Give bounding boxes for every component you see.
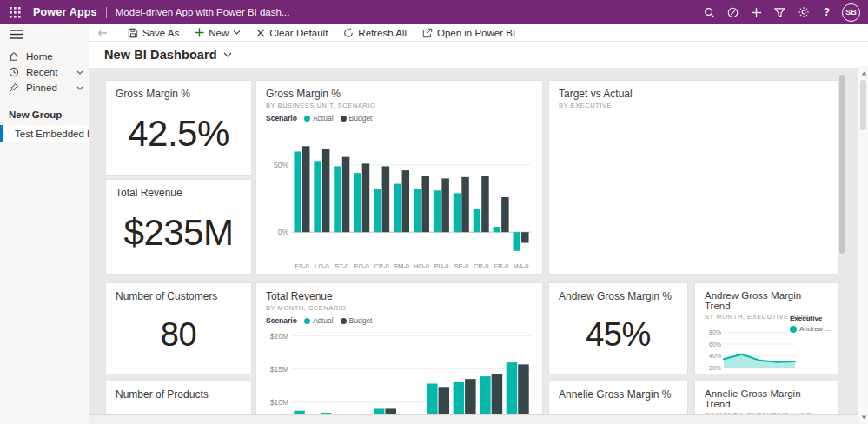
- page-scrollbar-thumb[interactable]: [860, 80, 866, 130]
- legend-item-actual: Actual: [304, 114, 334, 123]
- chevron-down-icon: [223, 52, 232, 57]
- back-button[interactable]: [89, 29, 116, 37]
- legend-title: Scenario: [266, 316, 297, 325]
- filter-button[interactable]: [768, 0, 792, 24]
- new-label: New: [209, 28, 229, 38]
- refresh-all-label: Refresh All: [358, 28, 407, 38]
- guided-tour-button[interactable]: [721, 0, 745, 24]
- tile-title: Andrew Gross Margin %: [559, 290, 678, 302]
- menu-toggle-button[interactable]: [0, 24, 89, 43]
- tile-total-revenue-by-month-chart[interactable]: Total Revenue BY MONTH, SCENARIO Scenari…: [255, 282, 543, 414]
- search-button[interactable]: [698, 0, 721, 24]
- new-button[interactable]: New: [187, 24, 248, 41]
- open-in-power-bi-button[interactable]: Open in Power BI: [414, 24, 523, 41]
- sidebar-item-test-embedded-bi[interactable]: Test Embedded BI: [0, 125, 89, 142]
- refresh-icon: [343, 28, 354, 38]
- tile-title: Total Revenue: [116, 187, 242, 199]
- expand-pinned-button[interactable]: [76, 86, 83, 90]
- kpi-value: 42.5%: [116, 100, 242, 168]
- tile-andrew-trend-chart[interactable]: Andrew Gross Margin Trend BY MONTH, EXEC…: [694, 282, 838, 374]
- svg-text:20%: 20%: [709, 365, 721, 371]
- app-title: Model-driven App with Power BI dash...: [116, 7, 290, 17]
- tile-gross-margin-kpi[interactable]: Gross Margin % 42.5%: [105, 80, 252, 176]
- legend-label: Andrew ...: [799, 325, 831, 333]
- compass-icon: [727, 7, 739, 18]
- dashboard-bottom-scroll-track: [89, 414, 868, 424]
- save-as-button[interactable]: Save As: [120, 24, 187, 41]
- sidebar-nav: Home Recent Pinned: [0, 49, 89, 96]
- svg-text:LO-0: LO-0: [315, 262, 329, 270]
- tile-number-of-customers[interactable]: Number of Customers 80: [105, 282, 252, 374]
- page-scrollbar[interactable]: [858, 66, 868, 424]
- dashboard-scrollbar-thumb[interactable]: [839, 75, 845, 254]
- svg-text:80%: 80%: [709, 329, 721, 335]
- legend-label: Budget: [349, 316, 373, 325]
- svg-text:ER-0: ER-0: [494, 262, 508, 270]
- actual-dot-icon: [304, 318, 310, 324]
- legend-title: Scenario: [266, 114, 297, 123]
- avatar[interactable]: SB: [842, 3, 860, 22]
- legend-label: Budget: [349, 114, 373, 123]
- tile-title: Gross Margin %: [116, 88, 242, 100]
- clear-default-label: Clear Default: [269, 28, 328, 38]
- sidebar-item-home[interactable]: Home: [0, 49, 89, 64]
- kpi-value: $235M: [116, 199, 242, 267]
- back-arrow-icon: [97, 29, 108, 37]
- svg-text:40%: 40%: [709, 353, 721, 359]
- settings-button[interactable]: [792, 0, 815, 24]
- header-divider: [106, 7, 107, 18]
- page-title-bar: New BI Dashboard: [89, 42, 868, 68]
- gear-icon: [798, 6, 810, 18]
- sidebar-item-label: Recent: [26, 67, 57, 77]
- chart-title: Andrew Gross Margin Trend: [705, 290, 828, 311]
- tile-title: Annelie Gross Margin %: [559, 388, 678, 401]
- chevron-down-icon: [233, 30, 241, 35]
- tile-gross-margin-by-bu-chart[interactable]: Gross Margin % BY BUSINESS UNIT, SCENARI…: [255, 80, 543, 275]
- legend-label: Actual: [313, 316, 334, 325]
- tile-andrew-gross-margin-kpi[interactable]: Andrew Gross Margin % 45%: [548, 282, 688, 374]
- chart-subtitle: BY MONTH, SCENARIO: [266, 304, 533, 312]
- svg-text:ST-0: ST-0: [335, 262, 348, 270]
- dashboard-selector[interactable]: New BI Dashboard: [104, 48, 232, 62]
- legend-item-budget: Budget: [341, 316, 373, 325]
- legend-item-budget: Budget: [341, 114, 373, 123]
- quick-create-button[interactable]: [745, 0, 768, 24]
- svg-text:0%: 0%: [278, 228, 289, 236]
- chart-legend: Scenario Actual Budget: [266, 316, 533, 325]
- svg-text:CR-0: CR-0: [474, 262, 489, 270]
- legend-item-andrew: Andrew ...: [790, 325, 831, 333]
- scroll-up-button[interactable]: [858, 68, 868, 78]
- sidebar: Home Recent Pinned New Group Test Embedd…: [0, 24, 89, 424]
- svg-text:60%: 60%: [709, 341, 721, 348]
- svg-text:$15M: $15M: [270, 365, 288, 374]
- chart-legend: Scenario Actual Budget: [266, 114, 533, 123]
- expand-recent-button[interactable]: [76, 70, 83, 75]
- sidebar-item-label: Test Embedded BI: [15, 129, 96, 139]
- app-launcher-button[interactable]: [0, 0, 30, 24]
- help-button[interactable]: ?: [815, 0, 838, 24]
- svg-text:$20M: $20M: [270, 332, 288, 341]
- chart-title: Target vs Actual: [559, 88, 828, 100]
- sidebar-item-pinned[interactable]: Pinned: [0, 80, 89, 96]
- page-title: New BI Dashboard: [104, 48, 217, 62]
- svg-text:50%: 50%: [274, 161, 288, 169]
- legend-title: Executive: [790, 315, 831, 322]
- command-bar: Save As New Clear Default Refresh All: [89, 24, 868, 42]
- budget-dot-icon: [341, 318, 347, 324]
- tile-total-revenue-kpi[interactable]: Total Revenue $235M: [105, 179, 252, 275]
- svg-text:FO-0: FO-0: [354, 262, 369, 270]
- refresh-all-button[interactable]: Refresh All: [335, 24, 414, 41]
- help-icon: ?: [824, 6, 830, 18]
- tile-target-vs-actual[interactable]: Target vs Actual BY EXECUTIVE: [548, 80, 838, 275]
- sidebar-item-recent[interactable]: Recent: [0, 64, 89, 80]
- scroll-down-button[interactable]: [858, 412, 868, 422]
- chart-subtitle: BY BUSINESS UNIT, SCENARIO: [266, 102, 533, 109]
- clear-x-icon: [256, 29, 265, 37]
- power-apps-window: Power Apps Model-driven App with Power B…: [0, 0, 868, 424]
- sidebar-item-label: Home: [26, 51, 53, 62]
- home-icon: [9, 51, 19, 62]
- pin-icon: [9, 83, 19, 93]
- save-as-label: Save As: [142, 28, 179, 38]
- brand-power-apps[interactable]: Power Apps: [33, 6, 97, 18]
- clear-default-button[interactable]: Clear Default: [248, 24, 335, 41]
